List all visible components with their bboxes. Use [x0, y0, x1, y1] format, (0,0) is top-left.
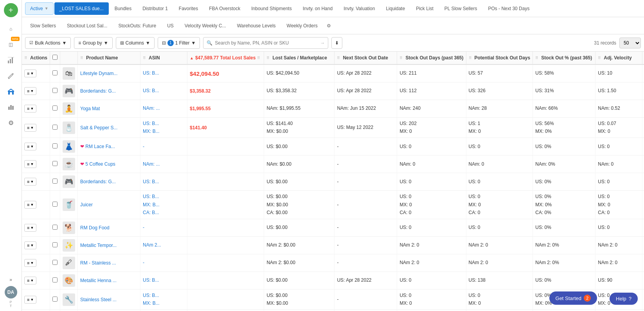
tab-pl-slow-sellers[interactable]: PL Slow Sellers: [439, 2, 482, 15]
product-link[interactable]: Borderlands: G...: [80, 88, 116, 94]
row-checkbox[interactable]: [52, 161, 58, 166]
tab-invty-on-hand[interactable]: Invty. on Hand: [298, 2, 338, 15]
tab-inbound-shipments[interactable]: Inbound Shipments: [246, 2, 297, 15]
asin-link[interactable]: US: B...: [143, 121, 159, 126]
row-action-button[interactable]: ≡ ▼: [24, 105, 36, 113]
tab-velocity-weekly[interactable]: Velocity Weekly C...: [180, 20, 231, 32]
row-action-button[interactable]: ≡ ▼: [24, 296, 36, 304]
tab-bundles[interactable]: Bundles: [110, 2, 137, 15]
tab-stockout-lost-sales[interactable]: Stockout Lost Sal...: [62, 20, 112, 32]
product-link[interactable]: Salt & Pepper S...: [80, 125, 117, 130]
row-action-button[interactable]: ≡ ▼: [24, 277, 36, 284]
help-button[interactable]: Help ?: [610, 293, 638, 305]
asin-link[interactable]: MX: B...: [143, 300, 160, 306]
row-checkbox[interactable]: [52, 202, 58, 207]
row-action-button[interactable]: ≡ ▼: [24, 124, 36, 132]
avatar[interactable]: DA: [5, 286, 17, 298]
product-link[interactable]: Metallic Tempor...: [80, 243, 117, 248]
row-checkbox[interactable]: [52, 260, 58, 265]
asin-link[interactable]: US: B...: [143, 293, 159, 298]
asin-link[interactable]: NAm 2...: [143, 242, 161, 248]
tab-lost-sales[interactable]: _LOST SALES due...: [54, 2, 109, 15]
product-link[interactable]: RM - Stainless ...: [80, 260, 116, 266]
product-link[interactable]: Juicer: [80, 202, 93, 207]
asin-link[interactable]: US: B...: [143, 88, 159, 93]
asin-link[interactable]: US: B...: [143, 70, 159, 76]
add-button[interactable]: +: [4, 3, 18, 17]
columns-button[interactable]: ⊞ Columns ▼: [116, 37, 155, 49]
sidebar-item-beta[interactable]: ◫ beta: [3, 38, 19, 52]
tab-slow-sellers[interactable]: Slow Sellers: [25, 20, 61, 32]
per-page-select[interactable]: 50 100 200: [619, 38, 641, 48]
th-adj-velocity[interactable]: ⠿ Adj. Velocity: [595, 52, 642, 64]
row-action-button[interactable]: ≡ ▼: [24, 87, 36, 95]
row-action-button[interactable]: ≡ ▼: [24, 70, 36, 77]
row-checkbox[interactable]: [52, 179, 58, 184]
product-link[interactable]: Metallic Henna ...: [80, 278, 117, 283]
tab-pos-next-30[interactable]: POs - Next 30 Days: [483, 2, 534, 15]
tab-pick-list[interactable]: Pick List: [411, 2, 439, 15]
th-lost-sales-mp[interactable]: ⠿ Lost Sales / Marketplace: [264, 52, 335, 64]
bulk-actions-button[interactable]: ☑ Bulk Actions ▼: [25, 37, 71, 49]
th-potential-days[interactable]: ⠿ Potential Stock Out Days: [466, 52, 533, 64]
row-action-button[interactable]: ≡ ▼: [24, 201, 36, 209]
row-checkbox[interactable]: [52, 105, 58, 111]
asin-link[interactable]: MX: B...: [143, 202, 160, 207]
download-button[interactable]: ⬇: [331, 37, 342, 49]
asin-link[interactable]: NAm: ...: [143, 105, 160, 111]
th-asin[interactable]: ⠿ ASIN: [140, 52, 187, 64]
row-checkbox[interactable]: [52, 88, 58, 93]
product-link[interactable]: RM Lace Fa...: [85, 144, 115, 149]
asin-link[interactable]: -: [143, 225, 144, 230]
th-actions[interactable]: ⠿ Actions: [22, 52, 50, 64]
row-checkbox[interactable]: [52, 143, 58, 148]
asin-link[interactable]: MX: B...: [143, 129, 160, 134]
row-checkbox[interactable]: [52, 225, 58, 230]
th-stockout-pct[interactable]: ⠿ Stock Out % (past 365): [533, 52, 595, 64]
th-next-stockout[interactable]: ⠿ Next Stock Out Date: [335, 52, 397, 64]
th-total-lost-sales[interactable]: ▲ $47,589.77 Total Lost Sales ⠿: [187, 52, 264, 64]
search-box[interactable]: 🔍 →: [203, 37, 328, 49]
tab-invty-valuation[interactable]: Invty. Valuation: [338, 2, 380, 15]
tab-us[interactable]: US: [162, 20, 179, 32]
row-checkbox[interactable]: [52, 277, 58, 282]
group-by-button[interactable]: ≡ Group by ▼: [74, 37, 112, 49]
asin-link[interactable]: NAm: ...: [143, 161, 160, 167]
select-all-checkbox[interactable]: [52, 55, 58, 60]
th-retail-price[interactable]: ⠿ Retail P...: [642, 52, 644, 64]
asin-link[interactable]: US: B...: [143, 179, 159, 184]
tab-favorites[interactable]: Favorites: [174, 2, 203, 15]
asin-link[interactable]: US: B...: [143, 194, 159, 199]
row-action-button[interactable]: ≡ ▼: [24, 259, 36, 267]
tab-warehouse-levels[interactable]: Warehouse Levels: [232, 20, 281, 32]
get-started-button[interactable]: Get Started 2: [549, 291, 597, 305]
th-stockout-days[interactable]: ⠿ Stock Out Days (past 365): [397, 52, 466, 64]
search-input[interactable]: [215, 40, 318, 46]
row-action-button[interactable]: ≡ ▼: [24, 160, 36, 168]
row-action-button[interactable]: ≡ ▼: [24, 224, 36, 232]
th-checkbox[interactable]: [50, 52, 60, 64]
sidebar-item-edit[interactable]: [3, 69, 19, 83]
sidebar-item-analytics[interactable]: [3, 53, 19, 67]
row-action-button[interactable]: ≡ ▼: [24, 241, 36, 249]
tab-fba-overstock[interactable]: FBA Overstock: [204, 2, 245, 15]
row-checkbox[interactable]: [52, 242, 58, 247]
sidebar-item-warehouse[interactable]: [3, 84, 19, 98]
product-link[interactable]: 5 Coffee Cups: [85, 161, 115, 167]
product-link[interactable]: Lifestyle Dynam...: [80, 71, 117, 76]
tab-weekly-orders[interactable]: Weekly Orders: [282, 20, 323, 32]
expand-sidebar-button[interactable]: »: [3, 275, 19, 284]
asin-link[interactable]: CA: B...: [143, 210, 159, 215]
filter-button[interactable]: ⊟ 1 1 Filter ▼: [158, 37, 200, 49]
tab-settings-gear[interactable]: ⚙: [324, 21, 334, 31]
row-checkbox[interactable]: [52, 297, 58, 302]
product-link[interactable]: Stainless Steel ...: [80, 297, 117, 302]
asin-link[interactable]: -: [143, 260, 144, 265]
row-action-button[interactable]: ≡ ▼: [24, 178, 36, 186]
asin-link[interactable]: -: [143, 144, 144, 149]
tab-liquidate[interactable]: Liquidate: [381, 2, 410, 15]
asin-link[interactable]: US: B...: [143, 277, 159, 283]
row-checkbox[interactable]: [52, 70, 58, 75]
tab-distributor[interactable]: Distributor 1: [137, 2, 173, 15]
row-checkbox[interactable]: [52, 125, 58, 130]
